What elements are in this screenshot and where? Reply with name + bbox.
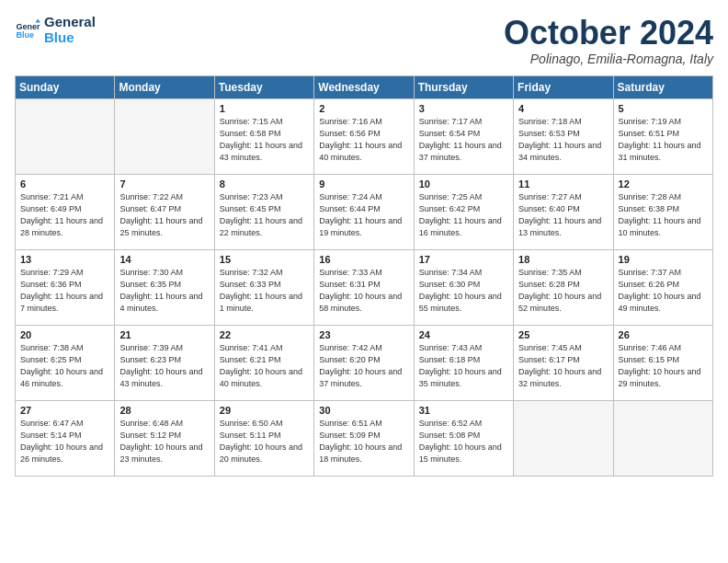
calendar-cell <box>613 400 712 476</box>
day-number: 11 <box>518 178 608 190</box>
day-info: Sunrise: 7:29 AM Sunset: 6:36 PM Dayligh… <box>20 267 109 315</box>
day-number: 17 <box>419 254 508 265</box>
calendar-week-2: 6Sunrise: 7:21 AM Sunset: 6:49 PM Daylig… <box>16 174 713 249</box>
calendar-cell: 21Sunrise: 7:39 AM Sunset: 6:23 PM Dayli… <box>115 325 214 400</box>
calendar-cell: 6Sunrise: 7:21 AM Sunset: 6:49 PM Daylig… <box>16 174 115 249</box>
day-info: Sunrise: 7:45 AM Sunset: 6:17 PM Dayligh… <box>518 342 608 390</box>
calendar-cell: 30Sunrise: 6:51 AM Sunset: 5:09 PM Dayli… <box>314 400 414 476</box>
month-title: October 2024 <box>504 15 713 52</box>
day-number: 15 <box>220 254 309 265</box>
day-number: 5 <box>619 103 708 114</box>
day-info: Sunrise: 7:15 AM Sunset: 6:58 PM Dayligh… <box>220 116 309 164</box>
calendar-cell: 8Sunrise: 7:23 AM Sunset: 6:45 PM Daylig… <box>214 174 313 249</box>
calendar-week-1: 1Sunrise: 7:15 AM Sunset: 6:58 PM Daylig… <box>16 98 713 174</box>
day-number: 26 <box>619 329 708 340</box>
calendar-cell: 18Sunrise: 7:35 AM Sunset: 6:28 PM Dayli… <box>514 249 613 325</box>
day-number: 30 <box>319 405 408 416</box>
day-number: 14 <box>119 254 209 265</box>
day-info: Sunrise: 6:51 AM Sunset: 5:09 PM Dayligh… <box>319 418 408 465</box>
calendar-cell: 3Sunrise: 7:17 AM Sunset: 6:54 PM Daylig… <box>414 98 513 174</box>
day-info: Sunrise: 7:41 AM Sunset: 6:21 PM Dayligh… <box>220 342 309 390</box>
calendar-cell: 7Sunrise: 7:22 AM Sunset: 6:47 PM Daylig… <box>115 174 214 249</box>
calendar-cell <box>514 400 613 476</box>
day-info: Sunrise: 7:17 AM Sunset: 6:54 PM Dayligh… <box>419 116 508 164</box>
calendar-cell: 4Sunrise: 7:18 AM Sunset: 6:53 PM Daylig… <box>514 98 613 174</box>
day-number: 23 <box>319 329 408 340</box>
day-number: 9 <box>319 178 408 190</box>
day-number: 16 <box>319 254 408 265</box>
day-info: Sunrise: 7:28 AM Sunset: 6:38 PM Dayligh… <box>619 191 708 239</box>
calendar-cell: 9Sunrise: 7:24 AM Sunset: 6:44 PM Daylig… <box>314 174 414 249</box>
day-number: 24 <box>419 329 508 340</box>
calendar-cell: 26Sunrise: 7:46 AM Sunset: 6:15 PM Dayli… <box>613 325 712 400</box>
day-number: 27 <box>20 405 109 416</box>
day-number: 21 <box>119 329 209 340</box>
calendar-cell: 13Sunrise: 7:29 AM Sunset: 6:36 PM Dayli… <box>16 249 115 325</box>
day-info: Sunrise: 7:46 AM Sunset: 6:15 PM Dayligh… <box>619 342 708 390</box>
day-info: Sunrise: 7:23 AM Sunset: 6:45 PM Dayligh… <box>220 191 309 239</box>
day-number: 18 <box>518 254 608 265</box>
day-number: 6 <box>20 178 109 190</box>
header-row: Sunday Monday Tuesday Wednesday Thursday… <box>16 75 713 98</box>
day-info: Sunrise: 6:52 AM Sunset: 5:08 PM Dayligh… <box>419 418 508 465</box>
svg-text:Blue: Blue <box>16 30 34 40</box>
day-number: 7 <box>119 178 209 190</box>
day-number: 25 <box>518 329 608 340</box>
day-number: 13 <box>20 254 109 265</box>
day-info: Sunrise: 7:43 AM Sunset: 6:18 PM Dayligh… <box>419 342 508 390</box>
location-subtitle: Polinago, Emilia-Romagna, Italy <box>504 52 713 66</box>
day-info: Sunrise: 6:47 AM Sunset: 5:14 PM Dayligh… <box>20 418 109 465</box>
calendar-cell: 15Sunrise: 7:32 AM Sunset: 6:33 PM Dayli… <box>214 249 313 325</box>
logo-icon: General Blue <box>15 17 40 43</box>
logo-blue: Blue <box>44 30 96 46</box>
logo: General Blue General Blue <box>15 15 96 45</box>
day-info: Sunrise: 7:24 AM Sunset: 6:44 PM Dayligh… <box>319 191 408 239</box>
calendar-cell: 12Sunrise: 7:28 AM Sunset: 6:38 PM Dayli… <box>613 174 712 249</box>
day-info: Sunrise: 7:34 AM Sunset: 6:30 PM Dayligh… <box>419 267 508 315</box>
calendar-cell: 31Sunrise: 6:52 AM Sunset: 5:08 PM Dayli… <box>414 400 513 476</box>
day-info: Sunrise: 7:19 AM Sunset: 6:51 PM Dayligh… <box>619 116 708 164</box>
col-tuesday: Tuesday <box>214 75 313 98</box>
calendar-cell: 16Sunrise: 7:33 AM Sunset: 6:31 PM Dayli… <box>314 249 414 325</box>
day-info: Sunrise: 7:33 AM Sunset: 6:31 PM Dayligh… <box>319 267 408 315</box>
calendar-cell: 10Sunrise: 7:25 AM Sunset: 6:42 PM Dayli… <box>414 174 513 249</box>
calendar-week-4: 20Sunrise: 7:38 AM Sunset: 6:25 PM Dayli… <box>16 325 713 400</box>
svg-text:General: General <box>16 21 40 30</box>
calendar-cell: 14Sunrise: 7:30 AM Sunset: 6:35 PM Dayli… <box>115 249 214 325</box>
day-info: Sunrise: 7:21 AM Sunset: 6:49 PM Dayligh… <box>20 191 109 239</box>
day-info: Sunrise: 7:39 AM Sunset: 6:23 PM Dayligh… <box>119 342 209 390</box>
logo-general: General <box>44 15 96 30</box>
day-number: 3 <box>419 103 508 114</box>
page-header: General Blue General Blue October 2024 P… <box>15 15 713 66</box>
col-friday: Friday <box>514 75 613 98</box>
col-wednesday: Wednesday <box>314 75 414 98</box>
calendar-cell <box>115 98 214 174</box>
day-number: 12 <box>619 178 708 190</box>
day-info: Sunrise: 7:42 AM Sunset: 6:20 PM Dayligh… <box>319 342 408 390</box>
day-info: Sunrise: 7:35 AM Sunset: 6:28 PM Dayligh… <box>518 267 608 315</box>
calendar-table: Sunday Monday Tuesday Wednesday Thursday… <box>15 75 713 477</box>
calendar-cell: 1Sunrise: 7:15 AM Sunset: 6:58 PM Daylig… <box>214 98 313 174</box>
day-number: 28 <box>119 405 209 416</box>
day-info: Sunrise: 6:48 AM Sunset: 5:12 PM Dayligh… <box>119 418 209 465</box>
day-number: 22 <box>220 329 309 340</box>
title-block: October 2024 Polinago, Emilia-Romagna, I… <box>504 15 713 66</box>
calendar-cell: 27Sunrise: 6:47 AM Sunset: 5:14 PM Dayli… <box>16 400 115 476</box>
calendar-cell: 29Sunrise: 6:50 AM Sunset: 5:11 PM Dayli… <box>214 400 313 476</box>
day-info: Sunrise: 7:38 AM Sunset: 6:25 PM Dayligh… <box>20 342 109 390</box>
calendar-cell <box>16 98 115 174</box>
day-number: 2 <box>319 103 408 114</box>
day-info: Sunrise: 7:37 AM Sunset: 6:26 PM Dayligh… <box>619 267 708 315</box>
col-monday: Monday <box>115 75 214 98</box>
calendar-cell: 25Sunrise: 7:45 AM Sunset: 6:17 PM Dayli… <box>514 325 613 400</box>
day-info: Sunrise: 7:30 AM Sunset: 6:35 PM Dayligh… <box>119 267 209 315</box>
calendar-cell: 24Sunrise: 7:43 AM Sunset: 6:18 PM Dayli… <box>414 325 513 400</box>
svg-marker-2 <box>35 18 40 22</box>
day-number: 4 <box>518 103 608 114</box>
day-number: 10 <box>419 178 508 190</box>
day-number: 29 <box>220 405 309 416</box>
day-info: Sunrise: 7:32 AM Sunset: 6:33 PM Dayligh… <box>220 267 309 315</box>
day-number: 8 <box>220 178 309 190</box>
day-info: Sunrise: 7:25 AM Sunset: 6:42 PM Dayligh… <box>419 191 508 239</box>
day-number: 19 <box>619 254 708 265</box>
